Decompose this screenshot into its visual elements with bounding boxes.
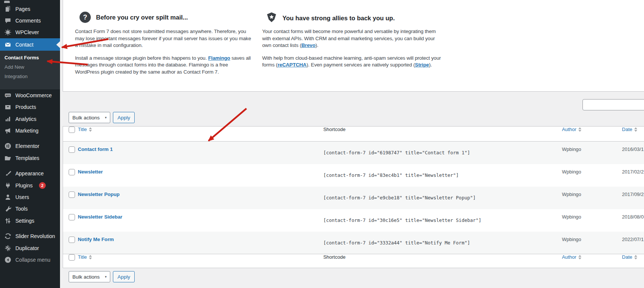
table-row: Newsletter Sidebar [contact-form-7 id="3… [63,209,644,232]
panel-left-heading-row: ? Before you cry over spilt mail... [80,12,188,23]
sidebar-item-comments[interactable]: Comments [0,15,60,26]
row-checkbox[interactable] [69,146,75,153]
column-label: Author [562,254,576,260]
question-mark-icon: ? [80,12,91,23]
contact-submenu: Contact Forms Add New Integration [0,51,60,89]
bottom-bulk-actions-toolbar: Bulk actions ▾ Apply [69,271,135,282]
submenu-item-label: Integration [5,74,27,79]
column-header-date[interactable]: Date [620,254,637,260]
submenu-item-contact-forms[interactable]: Contact Forms [0,53,60,62]
stripe-link[interactable]: Stripe [415,62,429,68]
column-header-author[interactable]: Author [560,127,581,132]
text-segment: ). Even payment services are natively su… [306,62,415,68]
panel-left-paragraph-1: Contact Form 7 does not store submitted … [75,28,252,49]
shield-star-icon [266,12,277,24]
folder-icon [4,154,12,162]
sidebar-item-wpclever[interactable]: WPClever [0,27,60,38]
panel-left-body: Contact Form 7 does not store submitted … [75,28,252,81]
column-header-author[interactable]: Author [560,254,581,260]
refresh-arrows-icon [4,232,12,240]
table-row: Notify Me Form [contact-form-7 id="3332a… [63,232,644,254]
sidebar-item-templates[interactable]: Templates [0,152,60,164]
sidebar-item-products[interactable]: Products [0,101,60,113]
column-header-title[interactable]: Title [77,254,92,260]
text-segment: Your contact forms will become more powe… [262,29,436,48]
megaphone-icon [4,127,12,134]
apply-button[interactable]: Apply [113,112,135,123]
sidebar-item-settings[interactable]: Settings [0,215,60,226]
sidebar-item-label: Users [15,194,29,200]
select-all-checkbox[interactable] [69,127,75,133]
row-checkbox[interactable] [69,191,75,198]
table-row: Contact form 1 [contact-form-7 id="61987… [63,142,644,164]
bulk-actions-select[interactable]: Bulk actions ▾ [69,112,110,123]
column-header-shortcode: Shortcode [320,254,345,260]
form-title-link[interactable]: Newsletter Sidebar [77,209,123,220]
row-checkbox[interactable] [69,237,75,243]
sidebar-item-label: WPClever [15,29,39,35]
admin-sidebar: Pages Comments WPClever Contact Contact … [0,0,60,288]
row-checkbox[interactable] [69,214,75,220]
column-header-title[interactable]: Title [77,127,92,132]
sort-indicator [578,127,581,132]
sidebar-item-label: Plugins [15,182,33,188]
sidebar-item-marketing[interactable]: Marketing [0,125,60,136]
shortcode-text[interactable]: [contact-form-7 id="3332a44" title="Noti… [320,240,470,246]
shortcode-text[interactable]: [contact-form-7 id="e9cbe18" title="News… [320,195,476,201]
shortcode-text[interactable]: [contact-form-7 id="30c16e5" title="News… [320,217,481,223]
flamingo-link[interactable]: Flamingo [208,55,230,61]
panel-right-heading-row: You have strong allies to back you up. [266,12,395,24]
select-all-checkbox[interactable] [69,254,75,261]
sidebar-item-pages[interactable]: Pages [0,3,60,15]
bulk-actions-select[interactable]: Bulk actions ▾ [69,271,110,282]
sliders-icon [4,217,12,225]
sidebar-item-appearance[interactable]: Appearance [0,168,60,179]
form-title-link[interactable]: Notify Me Form [77,232,114,242]
column-header-shortcode: Shortcode [320,127,345,132]
row-checkbox[interactable] [69,169,75,175]
svg-text:WOO: WOO [6,94,11,96]
recaptcha-link[interactable]: reCAPTCHA [278,62,306,68]
bulk-actions-label: Bulk actions [72,274,100,280]
table-row: Newsletter Popup [contact-form-7 id="e9c… [63,187,644,209]
sidebar-item-label: Pages [15,6,30,12]
column-label: Date [622,127,632,132]
sidebar-item-analytics[interactable]: Analytics [0,113,60,125]
sidebar-item-partial[interactable] [0,0,60,3]
sidebar-item-label: Appearance [15,170,44,176]
top-bulk-actions-toolbar: Bulk actions ▾ Apply [69,112,135,123]
column-label: Author [562,127,576,132]
form-title-link[interactable]: Contact form 1 [77,142,113,152]
apply-button[interactable]: Apply [113,271,135,282]
submenu-item-integration[interactable]: Integration [0,72,60,81]
sidebar-item-tools[interactable]: Tools [0,203,60,215]
shortcode-text[interactable]: [contact-form-7 id="83ec4b1" title="News… [320,172,459,178]
wpclever-icon [4,29,12,36]
form-title-link[interactable]: Newsletter Popup [77,187,120,197]
date-cell: 2017/09/2 [620,187,644,197]
sidebar-item-contact[interactable]: Contact [0,38,60,51]
author-cell: Wpbingo [560,232,581,242]
sidebar-item-plugins[interactable]: Plugins 2 [0,179,60,191]
pages-icon [4,5,12,13]
submenu-item-add-new[interactable]: Add New [0,62,60,72]
sidebar-item-users[interactable]: Users [0,191,60,203]
sidebar-item-label: Elementor [15,143,39,149]
column-label: Title [78,254,87,260]
panel-right-body: Your contact forms will become more powe… [262,28,441,74]
sort-indicator [89,255,92,259]
form-title-link[interactable]: Newsletter [77,164,103,175]
sidebar-item-woocommerce[interactable]: WOO WooCommerce [0,89,60,101]
plugins-count-badge: 2 [39,182,46,189]
sidebar-item-collapse-menu[interactable]: Collapse menu [0,254,60,265]
sidebar-item-slider-revolution[interactable]: Slider Revolution [0,230,60,242]
sidebar-item-duplicator[interactable]: Duplicator [0,242,60,254]
sort-indicator [578,255,581,259]
mail-icon [4,41,12,48]
author-cell: Wpbingo [560,164,581,175]
search-input[interactable] [582,99,644,110]
shortcode-text[interactable]: [contact-form-7 id="6198747" title="Cont… [320,150,470,155]
column-header-date[interactable]: Date [620,127,637,132]
brevo-link[interactable]: Brevo [302,42,315,48]
sidebar-item-elementor[interactable]: Elementor [0,140,60,152]
